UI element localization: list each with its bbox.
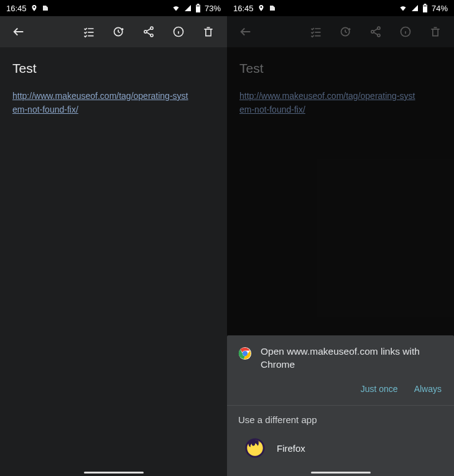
wifi-icon (399, 4, 407, 12)
battery-icon (195, 4, 201, 12)
arrow-left-icon (12, 25, 25, 39)
checklist-icon (83, 26, 95, 38)
status-battery: 73% (205, 4, 221, 13)
app-option-label: Firefox (277, 443, 305, 454)
location-icon (30, 4, 38, 12)
clock-plus-icon (340, 26, 352, 38)
svg-rect-1 (197, 6, 200, 7)
reminder-button[interactable] (332, 18, 359, 45)
chrome-icon (238, 347, 252, 360)
share-button[interactable] (362, 18, 389, 45)
open-with-sheet: Open www.makeuseof.com links with Chrome… (227, 335, 454, 476)
delete-button[interactable] (422, 18, 449, 45)
share-button[interactable] (135, 18, 162, 45)
note-content: Test http://www.makeuseof.com/tag/operat… (0, 47, 227, 130)
checklist-icon (310, 26, 322, 38)
phone-left: 16:45 73% Test (0, 0, 227, 476)
sim-icon (269, 4, 276, 12)
note-title[interactable]: Test (12, 61, 215, 76)
location-icon (257, 4, 265, 12)
info-button[interactable] (165, 18, 192, 45)
app-option-firefox[interactable]: Firefox (227, 430, 454, 476)
arrow-left-icon (239, 25, 252, 39)
status-time: 16:45 (233, 4, 254, 13)
toolbar (227, 16, 454, 47)
reminder-button[interactable] (105, 18, 132, 45)
status-time: 16:45 (6, 4, 27, 13)
note-content: Test http://www.makeuseof.com/tag/operat… (227, 47, 454, 130)
toolbar (0, 16, 227, 47)
trash-icon (429, 26, 442, 38)
status-bar: 16:45 73% (0, 0, 227, 16)
trash-icon (202, 26, 215, 38)
svg-rect-7 (424, 6, 427, 12)
share-icon (369, 26, 382, 38)
back-button[interactable] (5, 18, 32, 45)
status-battery: 74% (432, 4, 448, 13)
checklist-button[interactable] (302, 18, 330, 45)
svg-rect-0 (197, 6, 200, 12)
firefox-icon (244, 437, 266, 459)
use-different-app-header: Use a different app (227, 406, 454, 430)
svg-rect-8 (424, 6, 427, 7)
always-button[interactable]: Always (414, 384, 442, 394)
back-button[interactable] (232, 18, 259, 45)
info-button[interactable] (392, 18, 419, 45)
just-once-button[interactable]: Just once (361, 384, 398, 394)
delete-button[interactable] (195, 18, 222, 45)
open-with-prompt: Open www.makeuseof.com links with Chrome (261, 345, 422, 371)
battery-icon (422, 4, 428, 12)
note-url-link[interactable]: http://www.makeuseof.com/tag/operating-s… (239, 90, 420, 116)
checklist-button[interactable] (75, 18, 103, 45)
phone-right: 16:45 74% Test (227, 0, 454, 476)
info-icon (399, 26, 412, 38)
cell-icon (184, 4, 192, 12)
cell-icon (411, 4, 419, 12)
status-bar: 16:45 74% (227, 0, 454, 16)
wifi-icon (172, 4, 180, 12)
note-url-link[interactable]: http://www.makeuseof.com/tag/operating-s… (12, 90, 193, 116)
home-indicator[interactable] (311, 472, 371, 474)
sim-icon (42, 4, 49, 12)
note-title[interactable]: Test (239, 61, 442, 76)
home-indicator[interactable] (84, 472, 144, 474)
clock-plus-icon (113, 26, 125, 38)
share-icon (142, 26, 155, 38)
info-icon (172, 26, 185, 38)
